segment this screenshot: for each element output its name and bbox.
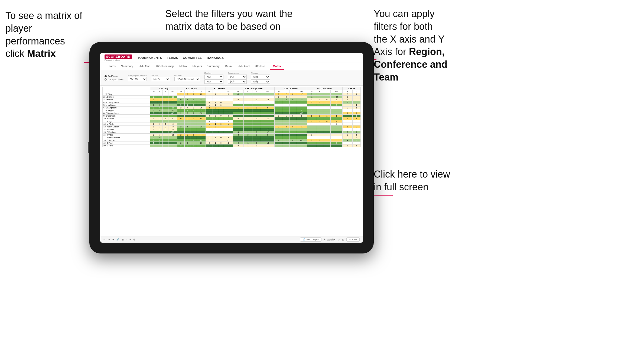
share-button[interactable]: ↗ Share — [346, 237, 360, 242]
th-jk-w: W — [206, 90, 213, 93]
matrix-cell — [184, 96, 190, 98]
sub-nav-h2h-grid[interactable]: H2H Grid — [136, 63, 153, 70]
sub-nav-matrix[interactable]: Matrix — [177, 63, 190, 70]
matrix-cell — [323, 112, 331, 115]
division-label: Division — [174, 74, 200, 77]
table-row: 8. P Summerhays51-48220-16-1312 — [103, 112, 361, 115]
matrix-cell — [283, 120, 290, 123]
matrix-cell — [163, 96, 168, 98]
matrix-cell — [244, 115, 252, 117]
matrix-cell: 0 — [163, 126, 168, 128]
matrix-cell: -11 — [196, 144, 206, 147]
toolbar-plus[interactable]: + — [129, 238, 131, 241]
sub-nav-players[interactable]: Players — [190, 63, 205, 70]
matrix-cell: 0 — [157, 104, 162, 107]
matrix-cell — [331, 117, 343, 120]
matrix-cell — [316, 123, 323, 126]
nav-teams[interactable]: TEAMS — [167, 56, 178, 59]
matrix-cell — [323, 104, 331, 107]
full-view-radio[interactable] — [105, 75, 107, 77]
toolbar-refresh[interactable]: ⟳ — [112, 238, 114, 241]
sub-nav-teams[interactable]: Teams — [105, 63, 118, 70]
toolbar-watch[interactable]: 👁 Watch ▾ — [324, 238, 336, 241]
matrix-cell: 1 — [316, 115, 323, 117]
division-select[interactable]: NCAA Division I — [174, 77, 200, 81]
sub-nav-summary2[interactable]: Summary — [205, 63, 222, 70]
matrix-cell — [224, 117, 233, 120]
player-name-cell: 2. L Clanton — [103, 96, 150, 98]
th-w-ding: 1. W Ding — [150, 87, 177, 90]
compact-view-option[interactable]: Compact View — [105, 78, 123, 81]
sub-nav-h2h-heatmap[interactable]: H2H Heatmap — [153, 63, 177, 70]
matrix-cell — [244, 112, 252, 115]
matrix-cell: 1 — [352, 107, 360, 109]
matrix-cell: 0 — [206, 120, 213, 123]
toolbar-grid2[interactable]: ⊞ — [342, 238, 344, 241]
matrix-cell: -1 — [296, 126, 307, 128]
right-bottom-annotation: Click here to view in full screen — [374, 168, 450, 194]
sub-nav-h2h-he[interactable]: H2H He... — [252, 63, 270, 70]
matrix-cell: -10 — [296, 139, 307, 142]
compact-view-radio[interactable] — [105, 78, 107, 81]
matrix-cell — [323, 126, 331, 128]
toolbar-link[interactable]: 🔗 — [116, 238, 119, 241]
matrix-cell — [224, 104, 233, 107]
gender-select[interactable]: Men's — [151, 77, 170, 81]
view-original-btn[interactable]: 📄 View: Original — [300, 237, 321, 242]
sub-nav-detail[interactable]: Detail — [222, 63, 235, 70]
matrix-cell: 3 — [177, 144, 184, 147]
table-row: 12. M Riedel110-61101-6 — [103, 123, 361, 126]
matrix-cell — [213, 112, 218, 115]
matrix-cell: 2 — [184, 109, 190, 112]
matrix-cell — [316, 109, 323, 112]
matrix-cell — [316, 112, 323, 115]
matrix-cell — [323, 96, 331, 98]
nav-tournaments[interactable]: TOURNAMENTS — [137, 56, 162, 59]
toolbar-undo[interactable]: ↩ — [103, 238, 106, 241]
nav-committee[interactable]: COMMITTEE — [183, 56, 202, 59]
conference-select-2[interactable]: (All) — [228, 79, 247, 84]
matrix-cell — [316, 128, 323, 131]
matrix-cell — [275, 131, 283, 134]
region-select-2[interactable]: N/A — [204, 79, 223, 84]
matrix-cell — [331, 144, 343, 147]
matrix-cell — [296, 123, 307, 126]
players-select-1[interactable]: (All) — [251, 75, 270, 79]
toolbar-redo[interactable]: ↪ — [108, 238, 110, 241]
matrix-cell: 1 — [150, 117, 157, 120]
matrix-cell: 1 — [342, 117, 352, 120]
matrix-cell — [163, 112, 168, 115]
th-jk-t: T — [218, 90, 224, 93]
player-name-cell: 11. M Ege — [103, 120, 150, 123]
toolbar-settings[interactable]: ⚙ — [133, 238, 135, 241]
matrix-cell: -19 — [168, 131, 177, 134]
matrix-cell — [296, 96, 307, 98]
matrix-cell — [283, 134, 290, 136]
players-select-2[interactable]: (All) — [251, 79, 270, 84]
tablet-device: SCOREBOARD Powered by clippd TOURNAMENTS… — [89, 42, 374, 253]
sub-nav-h2h-grid2[interactable]: H2H Grid — [235, 63, 252, 70]
max-players-filter: Max players in view Top 25 — [128, 74, 147, 81]
matrix-cell — [190, 126, 196, 128]
toolbar-expand[interactable]: ⤢ — [338, 238, 340, 241]
filters-row: Full View Compact View Max players in vi… — [100, 70, 363, 86]
matrix-cell — [352, 120, 360, 123]
region-select[interactable]: N/A — [204, 75, 223, 79]
matrix-cell: 1 — [331, 115, 343, 117]
sub-nav-summary[interactable]: Summary — [118, 63, 136, 70]
conference-select-1[interactable]: (All) — [228, 75, 247, 79]
table-row: 1. W Ding120111110-212017001 — [103, 93, 361, 96]
matrix-cell — [184, 101, 190, 104]
toolbar-grid[interactable]: ⊞ — [122, 238, 124, 241]
region-filter: Region N/A N/A — [204, 72, 223, 84]
matrix-cell — [316, 96, 323, 98]
max-players-select[interactable]: Top 25 — [128, 77, 147, 81]
full-view-option[interactable]: Full View — [105, 75, 123, 78]
matrix-cell: 5 — [177, 104, 184, 107]
nav-rankings[interactable]: RANKINGS — [207, 56, 224, 59]
toolbar-minus[interactable]: − — [126, 238, 127, 241]
matrix-cell — [233, 136, 243, 139]
matrix-cell: 0 — [290, 139, 296, 142]
matrix-cell — [252, 120, 261, 123]
sub-nav-matrix-active[interactable]: Matrix — [270, 63, 284, 70]
